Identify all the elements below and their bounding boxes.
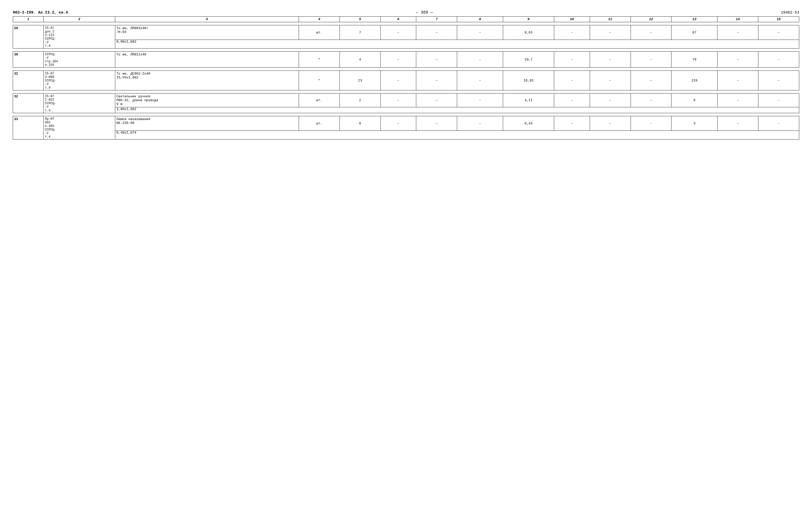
header-center: — 369 — [416,10,433,15]
row-col10: – [554,52,590,68]
table-row-formula: 8,90хI,082 [13,40,799,48]
row-number: 32 [13,93,44,113]
row-col12: – [630,25,671,40]
row-number: 29 [13,25,44,48]
header-right: 19462-53 [781,11,799,15]
row-col5: 4 [339,52,380,68]
row-col7: – [416,52,457,68]
row-col10: – [554,71,590,90]
row-ref: I5-07I-02IССРСЦ--Ут.4 [43,93,115,113]
table-row: 3I I5-073-098ССРСЦ--Ут.4 То же, ДС002-2х… [13,71,799,90]
row-col12: – [630,71,671,90]
row-col9: 4,II [503,93,554,107]
row-col15: – [758,71,799,90]
row-col6: – [380,93,416,107]
row-col7: – [416,25,457,40]
row-col8: – [457,93,503,107]
col-header-6: 6 [380,17,416,22]
row-col6: – [380,25,416,40]
row-col4: " [299,71,339,90]
row-col15: – [758,93,799,107]
row-col4: " [299,52,339,68]
row-col14: – [717,25,758,40]
row-col15: – [758,116,799,131]
row-col13: 79 [671,52,717,68]
row-col8: – [457,116,503,131]
row-col12: – [630,116,671,131]
row-col9: I9,7 [503,52,554,68]
row-number: 33 [13,116,44,140]
row-ref: I5-07доп.I3-II5ССРСЦ--Ут.4 [43,25,115,48]
row-desc: То же, ДС002-2х40I5,55хI,082 [115,71,299,90]
row-formula: 3,80хI,082 [115,107,799,113]
row-col8: – [457,25,503,40]
row-desc: Лампа накаливанияБК-220-60 [115,116,299,131]
col-header-4: 4 [299,17,339,22]
header-left: 903-I-I99. Ал.I3.2, кн.4 [13,11,68,15]
row-col13: 8 [671,93,717,107]
row-ref: Пр-НТ092п.465ССРСЦ--Ут.4 [43,116,115,140]
col-header-7: 7 [416,17,457,22]
row-col10: – [554,116,590,131]
row-col12: – [630,52,671,68]
row-col5: 7 [339,25,380,40]
row-col15: – [758,52,799,68]
col-header-14: 14 [717,17,758,22]
row-col13: 67 [671,25,717,40]
row-col11: – [590,93,630,107]
col-header-13: 13 [671,17,717,22]
row-col15: – [758,25,799,40]
row-col7: – [416,71,457,90]
row-col5: 2 [339,93,380,107]
page-header: 903-I-I99. Ал.I3.2, кн.4 — 369 — 19462-5… [13,10,799,15]
col-header-5: 5 [339,17,380,22]
row-col6: – [380,71,416,90]
row-col11: – [590,71,630,90]
row-col4: шт. [299,25,339,40]
col-header-2: 2 [43,17,115,22]
table-row: 30 ССРСЦ--Устр.I84п.I55 То же, ЛП0I2х40 … [13,52,799,68]
col-header-9: 9 [503,17,554,22]
row-col11: – [590,25,630,40]
row-col14: – [717,93,758,107]
row-col9: I6,83 [503,71,554,90]
row-col12: – [630,93,671,107]
row-formula: 0,40хI,074 [115,131,799,140]
row-col13: 2I9 [671,71,717,90]
row-col8: – [457,52,503,68]
row-number: 30 [13,52,44,68]
row-col14: – [717,71,758,90]
col-header-15: 15 [758,17,799,22]
row-ref: ССРСЦ--Устр.I84п.I55 [43,52,115,68]
row-formula: 8,90хI,082 [115,40,799,48]
row-col11: – [590,52,630,68]
row-col9: 9,63 [503,25,554,40]
row-desc: Светильник ручнойРВО-42, длина провода9 … [115,93,299,107]
row-col4: шт. [299,116,339,131]
table-row: 33 Пр-НТ092п.465ССРСЦ--Ут.4 Лампа накали… [13,116,799,131]
col-header-3: 3 [115,17,299,22]
row-col13: 3 [671,116,717,131]
row-col11: – [590,116,630,131]
row-col8: – [457,71,503,90]
row-col9: 0,43 [503,116,554,131]
row-col14: – [717,116,758,131]
row-col7: – [416,116,457,131]
table-row: 29 I5-07доп.I3-II5ССРСЦ--Ут.4 То же, ЛП0… [13,25,799,40]
row-col4: шт. [299,93,339,107]
main-table: 1 2 3 4 5 6 7 8 9 10 11 12 13 14 15 29 I… [13,16,799,140]
row-desc: То же, ЛП0I2х40 [115,52,299,68]
row-col5: I3 [339,71,380,90]
row-desc: То же, ЛП003х40//Н-03 [115,25,299,40]
row-ref: I5-073-098ССРСЦ--Ут.4 [43,71,115,90]
col-header-10: 10 [554,17,590,22]
row-col14: – [717,52,758,68]
col-header-12: 12 [630,17,671,22]
table-row-formula: 3,80хI,082 [13,107,799,113]
row-col6: – [380,52,416,68]
row-col6: – [380,116,416,131]
col-header-1: 1 [13,17,44,22]
row-col5: 8 [339,116,380,131]
row-col10: – [554,93,590,107]
column-header-row: 1 2 3 4 5 6 7 8 9 10 11 12 13 14 15 [13,17,799,22]
